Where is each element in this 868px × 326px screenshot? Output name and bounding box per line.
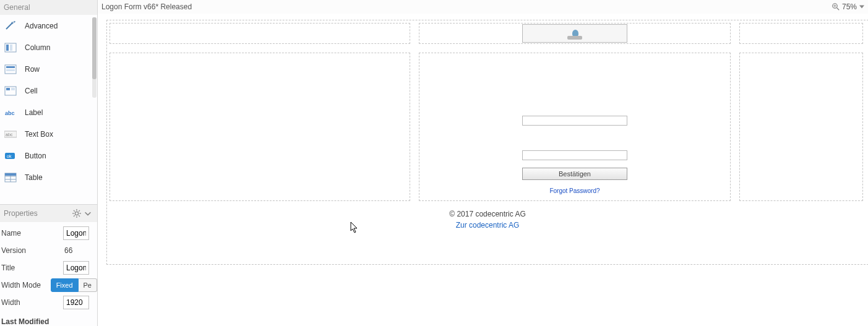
- svg-line-34: [836, 8, 839, 11]
- prop-version-value: 66: [63, 246, 89, 255]
- svg-line-31: [74, 215, 75, 217]
- palette-scrollbar-thumb[interactable]: [92, 17, 97, 79]
- svg-rect-6: [6, 45, 9, 51]
- footer-link[interactable]: Zur codecentric AG: [110, 221, 866, 229]
- palette-item-label: Row: [25, 65, 40, 74]
- palette-item-label: Table: [25, 173, 43, 182]
- palette-item-table[interactable]: Table: [0, 166, 97, 188]
- forgot-password-link[interactable]: Forgot Password?: [549, 187, 599, 194]
- zoom-dropdown-icon: [859, 4, 864, 9]
- table-icon: [4, 172, 17, 183]
- column-icon: [4, 42, 17, 53]
- svg-marker-37: [859, 6, 864, 9]
- palette-item-label: Column: [25, 43, 50, 52]
- button-icon: ok: [4, 150, 17, 161]
- textbox-icon: abc: [4, 129, 17, 140]
- row-icon: [4, 64, 17, 75]
- palette-item-label: Text Box: [25, 130, 53, 139]
- svg-rect-13: [11, 88, 15, 90]
- svg-rect-9: [6, 66, 15, 68]
- svg-line-32: [79, 210, 80, 212]
- gear-icon[interactable]: [71, 208, 82, 219]
- zoom-icon: [832, 3, 840, 11]
- zoom-control[interactable]: 75%: [832, 2, 864, 11]
- design-canvas[interactable]: Bestätigen Forgot Password? © 2017 codec…: [106, 20, 868, 265]
- palette-item-label: Button: [25, 152, 46, 160]
- svg-rect-12: [6, 88, 10, 90]
- password-field[interactable]: [522, 150, 627, 160]
- palette-item-label[interactable]: abc Label: [0, 101, 97, 123]
- prop-title-label: Title: [1, 264, 63, 272]
- cell-icon: [4, 85, 17, 97]
- prop-width-label: Width: [1, 298, 63, 307]
- label-icon: abc: [4, 107, 17, 118]
- sidebar-section-general: General: [0, 0, 97, 15]
- prop-name-input[interactable]: [63, 226, 89, 240]
- layout-cell[interactable]: [110, 23, 410, 44]
- layout-cell[interactable]: [739, 23, 863, 44]
- component-palette: Advanced Column Row Cell: [0, 15, 97, 205]
- palette-item-label: Cell: [25, 87, 38, 95]
- prop-width-input[interactable]: [63, 296, 89, 309]
- prop-name-label: Name: [1, 229, 63, 238]
- svg-point-24: [75, 212, 78, 215]
- prop-widthmode-label: Width Mode: [1, 281, 51, 290]
- svg-text:abc: abc: [5, 110, 15, 116]
- svg-line-29: [74, 210, 75, 212]
- widthmode-fixed-button[interactable]: Fixed: [51, 278, 79, 292]
- footer-copyright: © 2017 codecentric AG: [110, 210, 866, 218]
- palette-item-textbox[interactable]: abc Text Box: [0, 123, 97, 145]
- widthmode-percent-button[interactable]: Pe: [79, 278, 97, 292]
- properties-header: Properties: [4, 209, 38, 218]
- prop-lastmodified-label: Last Modified: [0, 311, 97, 326]
- confirm-button[interactable]: Bestätigen: [522, 168, 627, 180]
- svg-line-0: [6, 23, 12, 29]
- svg-text:ok: ok: [7, 154, 12, 158]
- svg-line-30: [79, 215, 80, 217]
- palette-item-row[interactable]: Row: [0, 58, 97, 80]
- wand-icon: [4, 20, 17, 32]
- palette-item-label: Label: [25, 108, 43, 117]
- svg-rect-7: [10, 45, 12, 51]
- layout-cell[interactable]: [419, 23, 731, 44]
- palette-item-label: Advanced: [25, 22, 58, 30]
- layout-cell[interactable]: Bestätigen Forgot Password?: [419, 53, 731, 201]
- prop-version-label: Version: [1, 246, 63, 255]
- image-icon: [567, 27, 582, 40]
- username-field[interactable]: [522, 116, 627, 126]
- zoom-value: 75%: [842, 2, 857, 11]
- palette-item-column[interactable]: Column: [0, 36, 97, 58]
- svg-rect-23: [5, 173, 16, 176]
- layout-cell[interactable]: [739, 53, 863, 201]
- page-title: Logon Form v66* Released: [101, 2, 192, 11]
- svg-text:abc: abc: [6, 132, 13, 137]
- layout-cell[interactable]: [110, 53, 410, 201]
- palette-item-button[interactable]: ok Button: [0, 145, 97, 166]
- palette-item-advanced[interactable]: Advanced: [0, 15, 97, 36]
- palette-item-cell[interactable]: Cell: [0, 80, 97, 101]
- svg-rect-10: [6, 69, 15, 71]
- image-placeholder[interactable]: [522, 24, 627, 43]
- chevron-down-icon[interactable]: [82, 208, 93, 219]
- prop-title-input[interactable]: [63, 261, 89, 275]
